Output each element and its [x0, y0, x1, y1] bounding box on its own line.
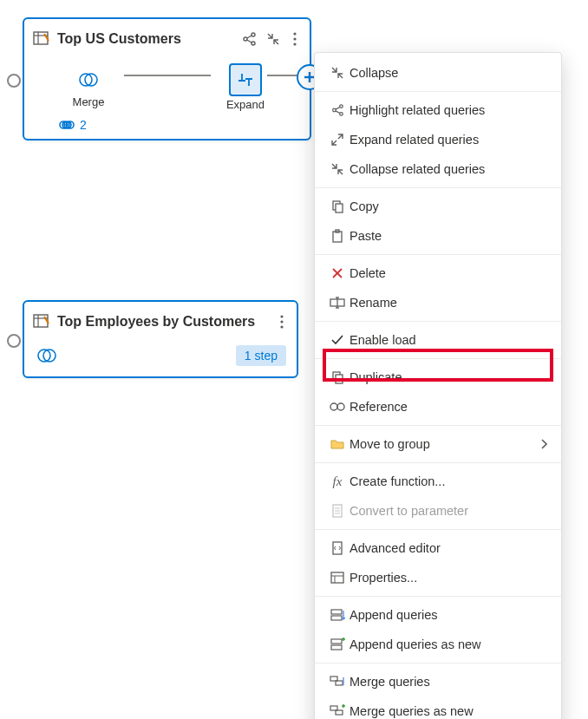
merge-new-icon	[325, 704, 350, 718]
svg-point-27	[340, 113, 343, 116]
svg-rect-52	[331, 610, 342, 614]
paste-icon	[325, 229, 350, 243]
menu-merge-as-new[interactable]: Merge queries as new	[315, 696, 561, 719]
menu-delete[interactable]: Delete	[315, 258, 561, 288]
menu-create-function[interactable]: fx Create function...	[315, 467, 561, 496]
menu-label: Append queries	[350, 608, 547, 622]
svg-point-22	[280, 325, 283, 328]
svg-point-4	[252, 33, 255, 36]
folder-icon	[325, 438, 350, 450]
svg-point-3	[244, 37, 247, 41]
menu-label: Properties...	[350, 571, 547, 585]
menu-label: Reference	[350, 400, 547, 414]
query-title: Top US Customers	[57, 31, 233, 47]
menu-separator	[315, 187, 561, 188]
menu-highlight-related[interactable]: Highlight related queries	[315, 95, 561, 125]
menu-separator	[315, 358, 561, 359]
menu-collapse[interactable]: Collapse	[315, 58, 561, 88]
menu-reference[interactable]: Reference	[315, 392, 561, 422]
merge-icon	[75, 66, 102, 94]
menu-append-queries[interactable]: Append queries	[315, 600, 561, 630]
menu-copy[interactable]: Copy	[315, 192, 561, 221]
rename-icon	[325, 297, 350, 309]
checkmark-icon	[325, 333, 350, 347]
menu-separator	[315, 663, 561, 663]
query-card-top-employees[interactable]: Top Employees by Customers 1 step	[23, 300, 298, 378]
svg-rect-61	[336, 710, 343, 715]
collapse-icon[interactable]	[265, 30, 282, 48]
menu-label: Collapse related queries	[350, 162, 547, 176]
table-icon	[33, 30, 50, 48]
menu-collapse-related[interactable]: Collapse related queries	[315, 154, 561, 184]
menu-label: Duplicate	[350, 370, 547, 384]
append-new-icon	[325, 637, 350, 651]
menu-label: Move to group	[350, 437, 540, 451]
more-options-icon[interactable]	[289, 30, 301, 48]
svg-point-21	[280, 320, 283, 323]
menu-rename[interactable]: Rename	[315, 288, 561, 317]
expand-step[interactable]: Expand	[211, 63, 280, 111]
merge-step[interactable]: Merge	[54, 66, 123, 108]
menu-label: Merge queries	[350, 675, 547, 689]
share-icon	[325, 103, 350, 117]
reference-count-value: 2	[80, 118, 87, 132]
query-card-top-us-customers[interactable]: Top US Customers Merge	[23, 17, 311, 141]
steps-row: Merge Expand	[24, 56, 310, 118]
menu-label: Expand related queries	[350, 133, 547, 147]
menu-separator	[315, 254, 561, 255]
chevron-right-icon	[540, 439, 547, 449]
svg-rect-49	[331, 572, 343, 583]
svg-line-29	[336, 111, 340, 114]
collapse-arrows-icon	[325, 162, 350, 176]
reference-count[interactable]: 2	[24, 118, 310, 139]
menu-expand-related[interactable]: Expand related queries	[315, 125, 561, 154]
svg-rect-32	[333, 232, 342, 242]
svg-rect-17	[34, 315, 48, 327]
svg-point-9	[293, 37, 296, 40]
menu-properties[interactable]: Properties...	[315, 563, 561, 592]
svg-line-6	[247, 36, 252, 38]
menu-separator	[315, 596, 561, 597]
svg-rect-55	[331, 645, 342, 650]
svg-point-26	[340, 105, 343, 108]
merge-queries-icon	[325, 675, 350, 689]
svg-point-43	[337, 403, 344, 410]
step-count-badge[interactable]: 1 step	[236, 345, 286, 366]
expand-arrows-icon	[325, 133, 350, 147]
svg-rect-54	[331, 639, 342, 644]
svg-point-25	[333, 108, 336, 112]
svg-rect-0	[34, 32, 48, 44]
diagram-canvas: Top US Customers Merge	[0, 0, 588, 719]
function-fx-icon: fx	[325, 474, 350, 489]
svg-line-7	[247, 40, 252, 42]
editor-icon	[325, 541, 350, 555]
link-icon	[59, 119, 75, 131]
svg-rect-59	[336, 681, 343, 685]
append-icon	[325, 608, 350, 622]
more-options-icon[interactable]	[276, 313, 288, 330]
share-icon[interactable]	[240, 30, 258, 48]
menu-paste[interactable]: Paste	[315, 221, 561, 251]
svg-rect-58	[330, 677, 337, 681]
svg-point-8	[293, 32, 296, 35]
menu-move-to-group[interactable]: Move to group	[315, 429, 561, 459]
link-icon	[325, 402, 350, 412]
step-connector	[124, 75, 211, 76]
query-title: Top Employees by Customers	[57, 314, 269, 330]
menu-append-as-new[interactable]: Append queries as new	[315, 630, 561, 659]
menu-label: Merge queries as new	[350, 704, 547, 718]
menu-duplicate[interactable]: Duplicate	[315, 363, 561, 392]
menu-enable-load[interactable]: Enable load	[315, 325, 561, 355]
edge-node-icon	[7, 74, 21, 88]
menu-convert-to-parameter: Convert to parameter	[315, 496, 561, 526]
svg-line-28	[336, 107, 340, 109]
menu-merge-queries[interactable]: Merge queries	[315, 667, 561, 696]
merge-icon[interactable]	[35, 343, 59, 368]
collapse-arrows-icon	[325, 66, 350, 80]
menu-separator	[315, 462, 561, 463]
svg-point-5	[252, 42, 255, 45]
menu-advanced-editor[interactable]: Advanced editor	[315, 533, 561, 563]
menu-label: Paste	[350, 229, 547, 243]
menu-separator	[315, 321, 561, 322]
svg-point-10	[293, 42, 296, 45]
